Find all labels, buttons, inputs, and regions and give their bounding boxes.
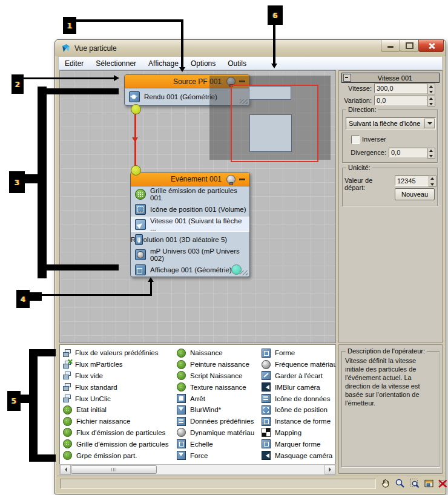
- rollout-collapse-button[interactable]: [343, 74, 351, 82]
- depot-item[interactable]: Icône de données: [262, 393, 336, 404]
- event-row-mp-univers[interactable]: mP Univers 003 (mP Univers 002): [131, 247, 249, 262]
- depot-item[interactable]: Naissance: [177, 347, 254, 359]
- depot-item[interactable]: Données prédéfinies: [177, 416, 254, 427]
- event-node-header[interactable]: Evénement 001: [131, 172, 249, 186]
- menu-affichage[interactable]: Affichage: [142, 58, 185, 69]
- depot-item[interactable]: Flux d'émission de particules: [63, 427, 168, 439]
- variation-spinner[interactable]: [427, 96, 435, 107]
- callout-line: [25, 174, 39, 183]
- menu-selectionner[interactable]: Sélectionner: [90, 58, 142, 69]
- event-row-revolution[interactable]: Révolution 001 (3D aléatoire 5): [131, 232, 249, 247]
- region-zoom-tool-icon[interactable]: [408, 477, 421, 490]
- vitesse-field[interactable]: 300,0: [374, 84, 430, 93]
- depot-item[interactable]: Fréquence matériau: [262, 359, 336, 370]
- depot-item[interactable]: Icône de position: [262, 404, 336, 416]
- event-row-grille[interactable]: Grille émission de particules 001: [131, 186, 249, 202]
- depot-item[interactable]: Force: [177, 450, 254, 461]
- depot-item[interactable]: Peinture naissance: [177, 359, 254, 370]
- depot-item[interactable]: Grpe émission part.: [63, 450, 168, 461]
- depot-item-label: Icône de position: [275, 406, 328, 413]
- rollout-header[interactable]: Vitesse 001: [341, 73, 440, 83]
- minimize-button[interactable]: [381, 40, 400, 52]
- birth-paint-icon: [177, 360, 186, 369]
- scrollbar-thumb[interactable]: [71, 465, 157, 474]
- depot-item[interactable]: Echelle: [177, 438, 254, 450]
- zoom-tool-icon[interactable]: [394, 477, 406, 490]
- lightbulb-icon[interactable]: [226, 175, 236, 184]
- depot-item-label: Flux vide: [75, 372, 103, 379]
- depot-item[interactable]: Dynamique matériau: [177, 427, 254, 439]
- vitesse-label: Vitesse:: [340, 85, 372, 92]
- depot-item-label: Mapping: [275, 429, 301, 436]
- depot-item[interactable]: Garder à l'écart: [262, 370, 336, 382]
- callout-1-box: 1: [63, 17, 76, 34]
- flux-mparticles-icon: [63, 361, 71, 369]
- depot-item[interactable]: Flux standard: [63, 381, 168, 393]
- cancel-zoom-tool-icon[interactable]: [436, 477, 448, 490]
- event-row-label: Vitesse 001 (Suivant la flèche ...: [150, 217, 249, 232]
- depot-item[interactable]: Script Naissance: [177, 370, 254, 382]
- seed-label: Valeur de départ:: [344, 177, 394, 191]
- menu-editer[interactable]: Editer: [59, 58, 90, 69]
- callout-arrow-icon: [148, 277, 154, 282]
- depot-item-label: Echelle: [190, 441, 213, 448]
- zoom-extents-tool-icon[interactable]: [423, 477, 435, 490]
- selection-region-rect: [231, 85, 318, 162]
- event-row-vitesse-selected[interactable]: Vitesse 001 (Suivant la flèche ...: [131, 217, 249, 232]
- callout-4-number: 4: [21, 295, 25, 304]
- depot-item[interactable]: Arrêt: [177, 393, 254, 404]
- maximize-button[interactable]: [400, 40, 419, 52]
- depot-item[interactable]: Forme: [262, 347, 336, 359]
- close-button[interactable]: [418, 40, 444, 52]
- depot-item[interactable]: Etat initial: [63, 404, 168, 416]
- display-socket[interactable]: [231, 264, 242, 275]
- seed-spinner[interactable]: [429, 175, 436, 187]
- flux-icon: [63, 383, 71, 391]
- depot-item[interactable]: Masquage caméra: [262, 450, 336, 461]
- depot-item[interactable]: Instance de forme: [262, 416, 336, 427]
- scroll-right-icon[interactable]: [324, 465, 335, 474]
- scroll-left-icon[interactable]: [60, 465, 71, 474]
- depot-item-label: Texture naissance: [190, 384, 246, 391]
- nouveau-button[interactable]: Nouveau: [395, 188, 435, 200]
- depot-item[interactable]: Texture naissance: [177, 381, 254, 393]
- depot-item[interactable]: Flux vide: [63, 370, 168, 382]
- depot-item[interactable]: BlurWind*: [177, 404, 254, 416]
- event-row-position[interactable]: Icône de position 001 (Volume): [131, 202, 249, 217]
- variation-label: Variation:: [340, 97, 372, 104]
- menu-options[interactable]: Options: [185, 58, 222, 69]
- depot-item[interactable]: Flux de valeurs prédéfinies: [63, 347, 168, 359]
- description-text: Vitesse définit la vitesse initiale des …: [345, 356, 436, 407]
- depot-item[interactable]: Grille d'émission de particules: [63, 438, 168, 450]
- divergence-spinner[interactable]: [427, 148, 435, 159]
- direction-dropdown[interactable]: Suivant la flèche d'icône: [346, 117, 436, 129]
- event-row-label: mP Univers 003 (mP Univers 002): [150, 248, 249, 262]
- minimize-icon: [387, 46, 394, 48]
- event-node[interactable]: Evénement 001 Grille émission de particu…: [130, 172, 250, 277]
- depot-item-label: Naissance: [190, 349, 223, 356]
- vitesse-spinner[interactable]: [427, 84, 435, 94]
- menu-outils[interactable]: Outils: [222, 58, 252, 69]
- chevron-down-icon[interactable]: [424, 119, 435, 128]
- depot-list[interactable]: Flux de valeurs prédéfinies Flux mPartic…: [59, 344, 336, 465]
- depot-item[interactable]: IMBlur caméra: [262, 381, 336, 393]
- depot-item[interactable]: Marquer forme: [262, 438, 336, 450]
- depot-item[interactable]: Flux mParticles: [63, 359, 168, 370]
- seed-field[interactable]: 12345: [395, 175, 431, 186]
- divergence-field[interactable]: 0,0: [389, 148, 430, 157]
- depot-item[interactable]: Mapping: [262, 427, 336, 439]
- birth-group-icon: [63, 451, 72, 460]
- output-socket[interactable]: [131, 104, 141, 114]
- collapse-icon[interactable]: [239, 179, 245, 180]
- input-socket[interactable]: [131, 165, 141, 175]
- event-display-canvas[interactable]: Source PF 001 Rendu 001 (Géométrie): [59, 70, 336, 343]
- depot-item[interactable]: Fichier naissance: [63, 416, 168, 427]
- inverser-checkbox[interactable]: [351, 136, 360, 144]
- depot-item[interactable]: Flux UnClic: [63, 393, 168, 404]
- depot-horizontal-scrollbar[interactable]: [59, 464, 336, 475]
- birth-script-icon: [177, 371, 186, 380]
- variation-field[interactable]: 0,0: [374, 96, 430, 105]
- pan-tool-icon[interactable]: [379, 477, 392, 490]
- window-title: Vue particule: [74, 44, 117, 53]
- depot-item-label: Dynamique matériau: [190, 429, 254, 436]
